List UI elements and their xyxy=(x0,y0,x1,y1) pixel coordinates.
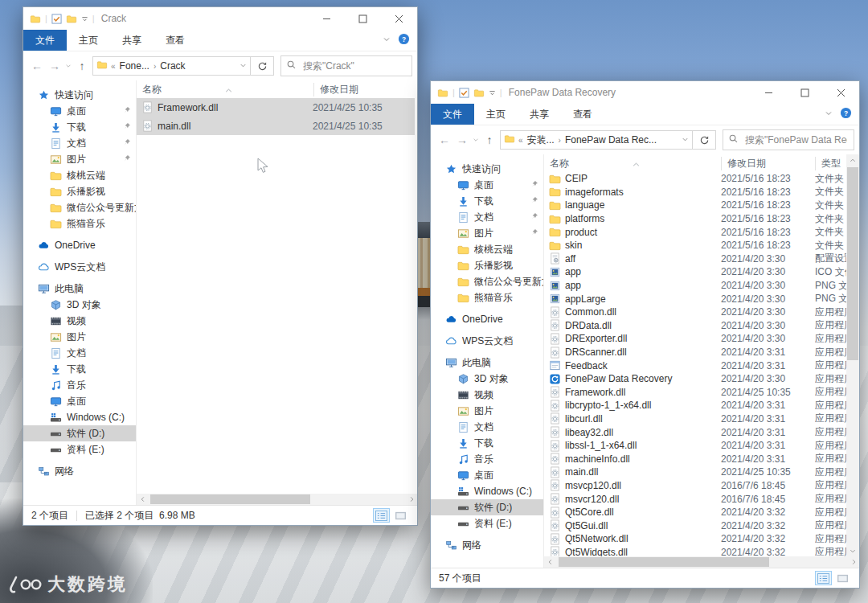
file-row[interactable]: imageformats2021/5/16 18:23文件夹 xyxy=(544,186,846,199)
address-bar[interactable]: «Fone...›Crack xyxy=(92,56,251,76)
sidebar-item[interactable]: 资料 (E:) xyxy=(431,515,543,531)
search-input[interactable] xyxy=(743,133,849,146)
file-row[interactable]: aff2021/4/20 3:30配置设置 xyxy=(544,252,846,266)
scroll-left-icon[interactable] xyxy=(137,494,148,505)
breadcrumb-item[interactable]: Fone... xyxy=(120,60,149,72)
file-row[interactable]: app2021/4/20 3:30PNG 文件 xyxy=(544,279,846,293)
view-details-button[interactable] xyxy=(373,508,390,523)
tab-home[interactable]: 主页 xyxy=(474,104,518,125)
file-row[interactable]: Common.dll2021/4/20 3:30应用程序 xyxy=(544,306,846,319)
sidebar-item[interactable]: OneDrive xyxy=(23,237,136,253)
titlebar[interactable]: | | Crack xyxy=(23,7,417,30)
sidebar-item[interactable]: 图片 xyxy=(23,329,136,345)
sidebar-item[interactable]: 熊猫音乐 xyxy=(431,289,543,306)
view-details-button[interactable] xyxy=(815,571,832,585)
file-row[interactable]: appLarge2021/4/20 3:30PNG 文件 xyxy=(544,292,846,306)
vertical-scrollbar[interactable] xyxy=(846,154,859,556)
properties-check-icon[interactable] xyxy=(51,14,62,24)
refresh-button[interactable] xyxy=(693,130,716,150)
tab-home[interactable]: 主页 xyxy=(67,30,110,51)
close-button[interactable] xyxy=(823,81,859,104)
column-header-type[interactable]: 类型 xyxy=(815,157,846,170)
sidebar-item[interactable]: 资料 (E:) xyxy=(23,441,136,457)
sidebar-item[interactable]: 网络 xyxy=(431,537,543,553)
sidebar-item[interactable]: 桌面 xyxy=(431,177,543,193)
file-row[interactable]: libcurl.dll2021/4/20 3:31应用程序 xyxy=(544,412,846,426)
file-row[interactable]: DRScanner.dll2021/4/20 3:31应用程序 xyxy=(544,346,846,359)
titlebar[interactable]: | | FonePaw Data Recovery xyxy=(431,81,859,104)
sidebar-item[interactable]: 微信公众号更新文章 xyxy=(23,199,136,215)
sidebar-item[interactable]: 桌面 xyxy=(23,103,136,119)
ribbon-collapse-icon[interactable] xyxy=(825,109,833,120)
sidebar-item[interactable]: 下载 xyxy=(23,361,136,377)
sidebar-item[interactable]: 此电脑 xyxy=(431,355,543,371)
breadcrumb-overflow[interactable]: « xyxy=(111,62,116,71)
tab-file[interactable]: 文件 xyxy=(23,30,67,51)
qat-customize-icon[interactable] xyxy=(81,15,88,23)
file-row[interactable]: machineInfo.dll2021/4/20 3:31应用程序 xyxy=(544,452,846,466)
horizontal-scrollbar[interactable] xyxy=(137,494,417,505)
file-row[interactable]: FonePaw Data Recovery2021/4/20 3:30应用程序 xyxy=(544,372,846,386)
file-row[interactable]: platforms2021/5/16 18:23文件夹 xyxy=(544,212,846,226)
scroll-right-icon[interactable] xyxy=(848,556,859,568)
scroll-right-icon[interactable] xyxy=(406,494,417,505)
sidebar-item[interactable]: 微信公众号更新文章 xyxy=(431,273,543,289)
file-row[interactable]: Qt5Widgets.dll2021/4/20 3:32应用程序 xyxy=(544,546,846,556)
sidebar-item[interactable]: 下载 xyxy=(23,119,136,135)
forward-button[interactable]: → xyxy=(453,133,471,146)
refresh-button[interactable] xyxy=(251,56,274,76)
sidebar-item[interactable]: 文档 xyxy=(23,345,136,361)
sidebar-item[interactable]: 音乐 xyxy=(23,377,136,393)
history-dropdown-icon[interactable] xyxy=(63,63,73,69)
file-row[interactable]: product2021/5/16 18:23文件夹 xyxy=(544,225,846,239)
file-row[interactable]: libssl-1_1-x64.dll2021/4/20 3:31应用程序 xyxy=(544,439,846,453)
sidebar-item[interactable]: Windows (C:) xyxy=(23,409,136,425)
forward-button[interactable]: → xyxy=(46,59,63,72)
sidebar-item[interactable]: 核桃云端 xyxy=(431,241,543,257)
horizontal-scrollbar[interactable] xyxy=(544,556,859,568)
minimize-button[interactable] xyxy=(751,81,787,104)
sidebar-item[interactable]: 快速访问 xyxy=(431,161,543,177)
sidebar-item[interactable]: 图片 xyxy=(431,225,543,241)
minimize-button[interactable] xyxy=(309,7,345,30)
ribbon-collapse-icon[interactable] xyxy=(383,35,391,46)
sidebar-item[interactable]: 软件 (D:) xyxy=(23,425,136,441)
sidebar-item[interactable]: 桌面 xyxy=(431,467,543,483)
file-row[interactable]: libcrypto-1_1-x64.dll2021/4/20 3:31应用程序 xyxy=(544,399,846,412)
sidebar-item[interactable]: 3D 对象 xyxy=(431,371,543,387)
help-icon[interactable]: ? xyxy=(398,33,410,47)
column-header-date[interactable]: 修改日期 xyxy=(721,157,815,170)
sidebar-item[interactable]: 乐播影视 xyxy=(23,183,136,199)
sidebar-item[interactable]: 熊猫音乐 xyxy=(23,215,136,232)
sidebar-item[interactable]: 桌面 xyxy=(23,393,136,409)
sidebar-item[interactable]: WPS云文档 xyxy=(23,259,136,275)
up-button[interactable]: ↑ xyxy=(481,133,498,146)
breadcrumb-item[interactable]: FonePaw Data Rec... xyxy=(565,134,657,146)
back-button[interactable]: ← xyxy=(436,133,453,146)
file-row[interactable]: DRData.dll2021/4/20 3:30应用程序 xyxy=(544,319,846,333)
sidebar-item[interactable]: 文档 xyxy=(431,419,543,435)
maximize-button[interactable] xyxy=(787,81,823,104)
tab-view[interactable]: 查看 xyxy=(154,30,197,51)
file-row[interactable]: Qt5Gui.dll2021/4/20 3:32应用程序 xyxy=(544,519,846,532)
view-large-icons-button[interactable] xyxy=(392,508,409,523)
file-row[interactable]: Qt5Core.dll2021/4/20 3:32应用程序 xyxy=(544,506,846,519)
sidebar-item[interactable]: 乐播影视 xyxy=(431,257,543,273)
column-header-date[interactable]: 修改日期 xyxy=(313,83,417,96)
tab-view[interactable]: 查看 xyxy=(561,104,604,125)
address-bar[interactable]: «安装...›FonePaw Data Rec... xyxy=(500,130,693,150)
file-row[interactable]: msvcp120.dll2016/7/6 18:45应用程序 xyxy=(544,479,846,493)
address-dropdown-icon[interactable] xyxy=(682,134,689,146)
file-row[interactable]: skin2021/5/16 18:23文件夹 xyxy=(544,239,846,252)
sidebar-item[interactable]: 图片 xyxy=(431,403,543,419)
address-dropdown-icon[interactable] xyxy=(240,60,247,72)
history-dropdown-icon[interactable] xyxy=(471,137,481,143)
scroll-up-icon[interactable] xyxy=(846,154,859,166)
breadcrumb-item[interactable]: Crack xyxy=(160,60,185,72)
breadcrumb-overflow[interactable]: « xyxy=(518,136,523,145)
column-header-name[interactable]: 名称 xyxy=(137,83,313,96)
sidebar-item[interactable]: 图片 xyxy=(23,151,136,167)
tab-share[interactable]: 共享 xyxy=(110,30,154,51)
file-row[interactable]: CEIP2021/5/16 18:23文件夹 xyxy=(544,172,846,186)
file-row[interactable]: main.dll2021/4/25 10:35应用程序 xyxy=(544,466,846,479)
